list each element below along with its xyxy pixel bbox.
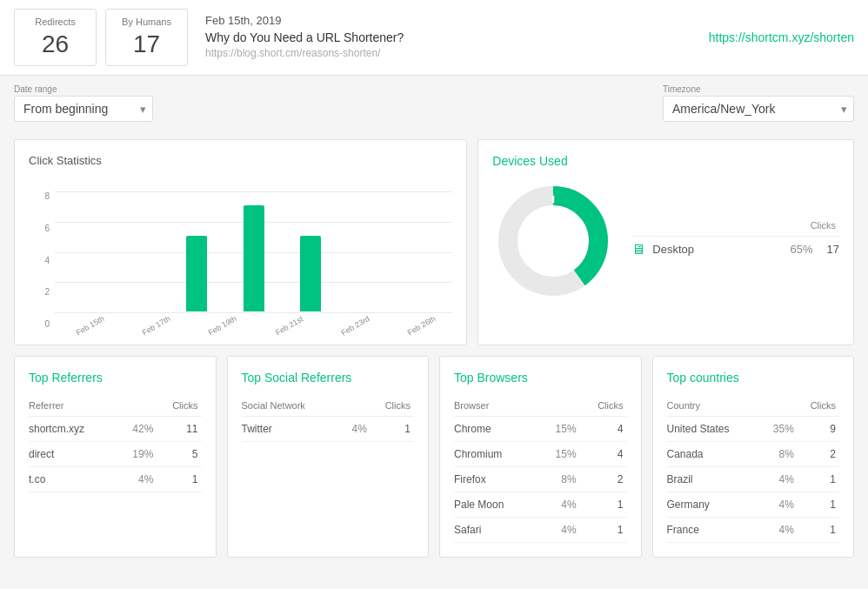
byhumans-value: 17 <box>122 30 171 58</box>
date-range-wrap: Date range From beginning Last 7 days La… <box>14 84 153 122</box>
chart-title: Click Statistics <box>29 154 452 167</box>
redirects-stat: Redirects 26 <box>14 9 97 66</box>
table-row: Canada8%2 <box>667 442 840 467</box>
countries-header-row: Country Clicks <box>667 397 840 417</box>
top-bar: Redirects 26 By Humans 17 Feb 15th, 2019… <box>0 0 868 76</box>
browsers-card: Top Browsers Browser Clicks Chrome15%4Ch… <box>439 356 642 558</box>
y-axis: 0 2 4 6 8 <box>29 191 50 331</box>
legend-row-desktop: 🖥 Desktop 65% 17 <box>631 236 839 263</box>
table-row: Safari4%1 <box>454 518 627 543</box>
countries-table: Country Clicks United States35%9Canada8%… <box>667 397 840 543</box>
col-referrer: Referrer <box>29 397 119 417</box>
table-row: direct19%5 <box>29 442 202 467</box>
article-url: https://blog.short.cm/reasons-shorten/ <box>205 47 404 59</box>
controls-bar: Date range From beginning Last 7 days La… <box>0 76 868 131</box>
table-row: Pale Moon4%1 <box>454 492 627 518</box>
devices-title: Devices Used <box>492 154 839 168</box>
bar-col-3 <box>225 190 282 311</box>
bar-chart-container: 0 2 4 6 8 Feb 15thFeb 17thFeb 19t <box>29 174 452 331</box>
bar-chart-area: 0 2 4 6 8 Feb 15thFeb 17thFeb 19t <box>29 191 452 331</box>
devices-card: Devices Used Clicks 🖥 Desktop <box>477 139 854 345</box>
byhumans-label: By Humans <box>122 17 171 27</box>
main-content: Click Statistics 0 2 4 6 8 <box>0 131 868 566</box>
bottom-row: Top Referrers Referrer Clicks shortcm.xy… <box>14 356 854 558</box>
devices-body: Clicks 🖥 Desktop 65% 17 <box>492 180 839 302</box>
social-header-row: Social Network Clicks <box>242 397 415 417</box>
table-row: Chromium15%4 <box>454 442 627 467</box>
redirects-label: Redirects <box>30 17 80 27</box>
article-title: Why do You Need a URL Shortener? <box>205 30 404 44</box>
browsers-table: Browser Clicks Chrome15%4Chromium15%4Fir… <box>454 397 627 543</box>
timezone-select[interactable]: America/New_York UTC America/Los_Angeles… <box>663 96 854 122</box>
timezone-label: Timezone <box>663 84 854 94</box>
table-row: Brazil4%1 <box>667 467 840 492</box>
social-card: Top Social Referrers Social Network Clic… <box>227 356 430 558</box>
table-row: Germany4%1 <box>667 492 840 518</box>
table-row: t.co4%1 <box>29 467 202 492</box>
referrers-header-row: Referrer Clicks <box>29 397 202 417</box>
bar-col-2 <box>169 190 225 311</box>
referrers-table: Referrer Clicks shortcm.xyz42%11direct19… <box>29 397 202 492</box>
bar-col-0 <box>55 190 111 311</box>
col-clicks-social: Clicks <box>371 397 414 417</box>
referrers-card: Top Referrers Referrer Clicks shortcm.xy… <box>14 356 217 558</box>
bar-col-1 <box>111 190 168 311</box>
donut-chart <box>492 180 614 302</box>
col-clicks-referrer: Clicks <box>157 397 201 417</box>
col-clicks-browser: Clicks <box>580 397 627 417</box>
date-range-label: Date range <box>14 84 153 94</box>
countries-title: Top countries <box>667 371 840 385</box>
browsers-header-row: Browser Clicks <box>454 397 627 417</box>
bar-col-5 <box>339 190 396 311</box>
countries-card: Top countries Country Clicks United Stat… <box>652 356 855 558</box>
short-url-link[interactable]: https://shortcm.xyz/shorten <box>709 30 854 44</box>
col-network: Social Network <box>242 397 343 417</box>
top-row: Click Statistics 0 2 4 6 8 <box>14 139 854 345</box>
table-row: shortcm.xyz42%11 <box>29 417 202 442</box>
table-row: Firefox8%2 <box>454 467 627 492</box>
timezone-wrap: Timezone America/New_York UTC America/Lo… <box>663 84 854 122</box>
article-date: Feb 15th, 2019 <box>205 14 404 27</box>
click-statistics-card: Click Statistics 0 2 4 6 8 <box>14 139 467 345</box>
social-table: Social Network Clicks Twitter4%1 <box>242 397 415 442</box>
col-country: Country <box>667 397 763 417</box>
referrers-title: Top Referrers <box>29 371 202 385</box>
redirects-value: 26 <box>30 30 80 58</box>
bar-4 <box>300 236 321 312</box>
desktop-icon: 🖥 <box>631 242 645 258</box>
social-title: Top Social Referrers <box>242 371 415 385</box>
x-labels: Feb 15thFeb 17thFeb 19thFeb 21stFeb 23rd… <box>55 322 452 331</box>
browsers-title: Top Browsers <box>454 371 627 385</box>
devices-legend: Clicks 🖥 Desktop 65% 17 <box>631 220 839 263</box>
date-range-select[interactable]: From beginning Last 7 days Last 30 days … <box>14 96 153 122</box>
article-info: Feb 15th, 2019 Why do You Need a URL Sho… <box>197 9 412 64</box>
svg-point-2 <box>523 211 584 271</box>
col-browser: Browser <box>454 397 540 417</box>
bar-col-4 <box>282 190 338 311</box>
bar-col-6 <box>396 190 452 311</box>
table-row: United States35%9 <box>667 417 840 442</box>
byhumans-stat: By Humans 17 <box>105 9 188 66</box>
bars-group <box>55 190 452 311</box>
bar-3 <box>244 205 264 312</box>
table-row: Twitter4%1 <box>242 417 415 442</box>
col-clicks-country: Clicks <box>798 397 839 417</box>
table-row: France4%1 <box>667 518 840 543</box>
bar-2 <box>186 236 207 312</box>
table-row: Chrome15%4 <box>454 417 627 442</box>
legend-header: Clicks <box>631 220 839 231</box>
